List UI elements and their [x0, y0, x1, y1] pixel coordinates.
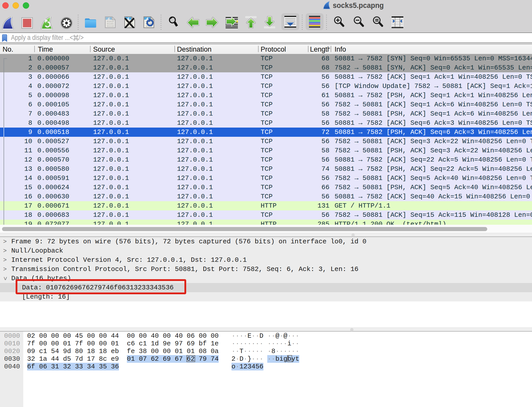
svg-text:01110: 01110	[107, 25, 114, 28]
